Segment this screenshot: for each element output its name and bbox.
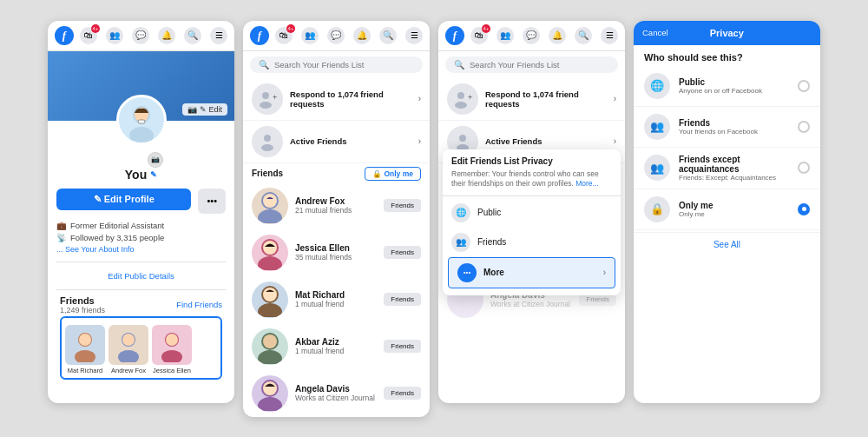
popup-option-public[interactable]: 🌐 Public: [443, 198, 621, 228]
fli-sub-4: Works at Citizen Journal: [295, 394, 377, 402]
friend-name-andrew: Andrew Fox: [111, 367, 146, 374]
friend-name-jessica: Jessica Ellen: [153, 367, 191, 374]
s4-option-1[interactable]: 👥 Friends Your friends on Facebook: [634, 107, 820, 148]
friends-section-info: Friends 1,249 friends: [60, 295, 105, 315]
menu-icon[interactable]: ☰: [210, 27, 227, 44]
friend-list-item-s2-2[interactable]: Mat Richard 1 mutual friend Friends: [243, 276, 430, 323]
bell-icon[interactable]: 🔔: [158, 27, 175, 44]
s4-option-2[interactable]: 👥 Friends except acquaintances Friends: …: [634, 148, 820, 189]
s4-option-0[interactable]: 🌐 Public Anyone on or off Facebook: [634, 66, 820, 107]
edit-name-icon[interactable]: ✎: [150, 170, 157, 179]
friends-avatars: Mat Richard Andrew Fox Jes: [65, 325, 217, 374]
edit-profile-button[interactable]: ✎ Edit Profile: [56, 189, 191, 210]
s4-radio-2[interactable]: [798, 162, 810, 174]
screen-privacy: Cancel Privacy Who should see this? 🌐 Pu…: [634, 21, 820, 403]
svg-point-14: [260, 102, 272, 109]
svg-point-29: [263, 334, 277, 348]
search-icon-s2[interactable]: 🔍: [379, 27, 397, 44]
store-icon-s3[interactable]: 🛍4+: [470, 27, 488, 44]
more-actions-button[interactable]: •••: [198, 189, 226, 214]
svg-point-34: [455, 102, 467, 109]
popup-option-friends[interactable]: 👥 Friends: [443, 228, 621, 257]
bell-icon-s2[interactable]: 🔔: [353, 27, 371, 44]
fli-name-0: Andrew Fox: [295, 196, 377, 206]
messenger-icon-s2[interactable]: 💬: [327, 27, 345, 44]
messenger-icon[interactable]: 💬: [132, 27, 149, 44]
cover-photo: 📷 ✎ Edit 📷: [48, 51, 234, 121]
notification-badge: 4+: [91, 24, 100, 33]
friend-requests-row-s3[interactable]: + Respond to 1,074 friend requests ›: [438, 78, 625, 121]
edit-cover-button[interactable]: 📷 ✎ Edit: [182, 103, 227, 116]
friends-box: Mat Richard Andrew Fox Jes: [60, 316, 222, 380]
friends-icon-s3[interactable]: 👥: [496, 27, 514, 44]
friend-request-icon-s3: +: [447, 83, 478, 115]
s4-opt-name-1: Friends: [679, 118, 789, 128]
topbar-s1: f 🛍4+ 👥 💬 🔔 🔍 ☰: [48, 21, 234, 51]
fli-avatar-4: [252, 375, 288, 412]
profile-body: You ✎ ✎ Edit Profile ••• 💼 Former Editor…: [48, 121, 234, 388]
popup-option-more[interactable]: ••• More ›: [448, 257, 615, 288]
s4-radio-1[interactable]: [798, 121, 810, 133]
avatar-illustration: [121, 101, 162, 142]
svg-point-28: [258, 350, 282, 364]
s4-radio-0[interactable]: [798, 80, 810, 92]
messenger-icon-s3[interactable]: 💬: [523, 27, 540, 44]
store-icon-s2[interactable]: 🛍4+: [275, 27, 293, 44]
fli-btn-2[interactable]: Friends: [384, 293, 421, 306]
fli-sub-2: 1 mutual friend: [295, 300, 377, 308]
divider: [56, 262, 226, 262]
badge-s2: 4+: [286, 24, 295, 33]
friends-icon-s2[interactable]: 👥: [301, 27, 319, 44]
active-friends-row[interactable]: Active Friends ›: [243, 121, 430, 163]
popup-more-link[interactable]: More...: [575, 179, 598, 188]
profile-avatar: [116, 95, 167, 145]
friend-item-jessica[interactable]: Jessica Ellen: [152, 325, 192, 374]
who-should-see: Who should see this?: [634, 45, 820, 66]
s4-option-3[interactable]: 🔒 Only me Only me: [634, 189, 820, 230]
see-about-info[interactable]: ... See Your About Info: [56, 245, 226, 254]
search-magnifier-s2: 🔍: [259, 60, 269, 70]
svg-point-9: [122, 334, 135, 346]
svg-point-17: [261, 144, 273, 151]
store-icon[interactable]: 🛍4+: [80, 27, 97, 44]
topbar-s2: f 🛍4+ 👥 💬 🔔 🔍 ☰: [243, 21, 430, 51]
fli-btn-0[interactable]: Friends: [384, 199, 421, 212]
s4-radio-3[interactable]: [798, 203, 810, 215]
bell-icon-s3[interactable]: 🔔: [549, 27, 566, 44]
fli-name-3: Akbar Aziz: [295, 337, 377, 347]
privacy-options-list: 🌐 Public Anyone on or off Facebook 👥 Fri…: [634, 66, 820, 230]
friend-requests-row[interactable]: + Respond to Respond to 1,074 friend req…: [243, 78, 430, 121]
friend-item-andrew[interactable]: Andrew Fox: [108, 325, 148, 374]
popup-option-more-label: More: [483, 268, 504, 277]
fli-sub-3: 1 mutual friend: [295, 347, 377, 355]
fli-btn-3[interactable]: Friends: [384, 340, 421, 353]
popup-option-public-label: Public: [477, 208, 501, 217]
edit-public-details-link[interactable]: Edit Public Details: [56, 268, 226, 284]
friend-list-item-s2-4[interactable]: Angela Davis Works at Citizen Journal Fr…: [243, 370, 430, 417]
fb-logo: f: [55, 26, 74, 45]
search-icon[interactable]: 🔍: [184, 27, 201, 44]
fli-avatar-1: [252, 235, 288, 271]
fli-name-1: Jessica Ellen: [295, 243, 377, 253]
friends-icon[interactable]: 👥: [106, 27, 123, 44]
menu-icon-s2[interactable]: ☰: [405, 27, 423, 44]
svg-point-12: [166, 334, 178, 346]
avatar-camera-icon[interactable]: 📷: [148, 152, 163, 168]
friend-list-item-s2-1[interactable]: Jessica Ellen 35 mutual friends Friends: [243, 229, 430, 276]
cancel-button-s4[interactable]: Cancel: [642, 28, 668, 37]
friend-list-item-s2-0[interactable]: Andrew Fox 21 mutual friends Friends: [243, 182, 430, 229]
search-input-s2[interactable]: [274, 60, 414, 70]
menu-icon-s3[interactable]: ☰: [601, 27, 618, 44]
top-icons-s3: 🛍4+ 👥 💬 🔔 🔍 ☰: [470, 27, 618, 44]
search-icon-s3[interactable]: 🔍: [575, 27, 592, 44]
friend-item-mat[interactable]: Mat Richard: [65, 325, 105, 374]
profile-name: You ✎: [125, 168, 157, 182]
only-me-badge[interactable]: 🔒 Only me: [365, 167, 421, 181]
fli-btn-1[interactable]: Friends: [384, 246, 421, 259]
fli-btn-4[interactable]: Friends: [384, 387, 421, 400]
friend-list-item-s2-3[interactable]: Akbar Aziz 1 mutual friend Friends: [243, 323, 430, 370]
see-all-link[interactable]: See All: [634, 232, 820, 256]
search-input-s3[interactable]: [470, 60, 609, 70]
find-friends-link[interactable]: Find Friends: [176, 300, 222, 309]
topbar-s3: f 🛍4+ 👥 💬 🔔 🔍 ☰: [438, 21, 625, 51]
